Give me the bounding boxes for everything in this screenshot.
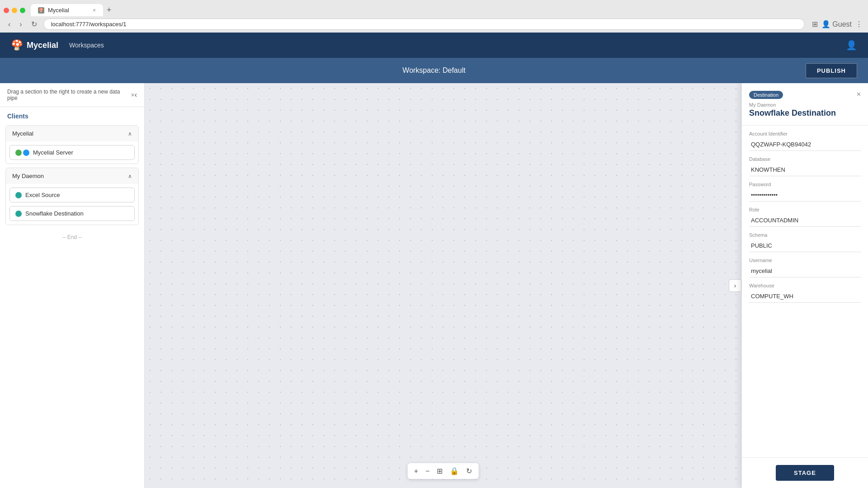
window-maximize-dot[interactable] [20,8,25,13]
forward-button[interactable]: › [17,19,24,29]
app: 🍄 Mycelial Workspaces 👤 Workspace: Defau… [0,33,868,488]
schema-label: Schema [749,232,861,238]
profile-button[interactable]: 👤 Guest [821,20,852,28]
username-label: Username [749,258,861,263]
clients-label: Clients [0,107,144,123]
mycelial-server-label: Mycelial Server [33,149,73,156]
database-label: Database [749,156,861,162]
right-panel: Destination My Daemon Snowflake Destinat… [741,83,868,488]
extensions-button[interactable]: ⊞ [812,20,818,28]
workspace-title: Workspace: Default [11,66,857,75]
browser-tab[interactable]: 🍄 Mycelial × [31,4,103,16]
role-input[interactable] [749,214,861,227]
excel-source-item[interactable]: Excel Source [9,188,135,202]
excel-source-indicators [15,192,22,198]
mycelial-group-name: Mycelial [12,130,33,137]
canvas-area[interactable]: › + − ⊞ 🔒 ↻ [145,83,741,488]
window-close-dot[interactable] [4,8,9,13]
right-panel-header: Destination My Daemon Snowflake Destinat… [742,83,868,126]
excel-source-label: Excel Source [25,192,60,198]
canvas-toggle-right[interactable]: › [729,279,741,292]
logo-text: Mycelial [27,41,58,50]
sidebar-collapse-button[interactable]: ‹ [135,91,137,99]
canvas-controls: + − ⊞ 🔒 ↻ [408,463,479,479]
username-input[interactable] [749,265,861,277]
destination-badge: Destination [749,91,783,99]
zoom-in-button[interactable]: + [411,465,421,477]
hint-close-button[interactable]: × [131,91,134,99]
schema-input[interactable] [749,239,861,252]
logo-icon: 🍄 [11,39,23,51]
schema-field: Schema [749,232,861,252]
snowflake-destination-label: Snowflake Destination [25,210,84,217]
panel-header-left: Destination My Daemon Snowflake Destinat… [749,90,836,118]
tab-favicon: 🍄 [38,7,44,14]
role-label: Role [749,207,861,212]
reset-button[interactable]: ↻ [463,465,475,477]
tab-title: Mycelial [48,7,69,14]
tab-close-btn[interactable]: × [93,7,96,14]
mycelial-group-items: Mycelial Server [6,141,138,164]
panel-subtitle: My Daemon [749,102,836,108]
panel-title: Snowflake Destination [749,108,836,118]
mycelial-chevron[interactable]: ∧ [128,131,132,137]
green-indicator [15,150,22,156]
account-identifier-field: Account Identifier [749,131,861,151]
panel-footer: STAGE [742,457,868,488]
snowflake-destination-item[interactable]: Snowflake Destination [9,206,135,221]
warehouse-label: Warehouse [749,283,861,288]
account-identifier-label: Account Identifier [749,131,861,136]
address-bar[interactable]: localhost:7777/workspaces/1 [43,19,805,30]
refresh-button[interactable]: ↻ [28,19,40,29]
window-minimize-dot[interactable] [12,8,17,13]
panel-form: Account Identifier Database Password Rol… [742,126,868,308]
account-identifier-input[interactable] [749,138,861,151]
menu-button[interactable]: ⋮ [855,20,863,28]
user-button[interactable]: 👤 [846,40,857,51]
database-input[interactable] [749,164,861,176]
my-daemon-group-name: My Daemon [12,173,44,179]
username-field: Username [749,258,861,277]
my-daemon-group-items: Excel Source Snowflake Destination [6,184,138,225]
left-sidebar: Drag a section to the right to create a … [0,83,145,488]
main-content: Drag a section to the right to create a … [0,83,868,488]
sidebar-header: Drag a section to the right to create a … [0,83,144,107]
end-label: -- End -- [0,227,144,248]
lock-button[interactable]: 🔒 [447,465,462,477]
warehouse-input[interactable] [749,290,861,303]
my-daemon-group-header[interactable]: My Daemon ∧ [6,168,138,184]
password-label: Password [749,182,861,187]
mycelial-server-indicators [15,150,29,156]
my-daemon-group: My Daemon ∧ Excel Source Snowflak [5,168,139,225]
fit-button[interactable]: ⊞ [434,465,445,477]
back-button[interactable]: ‹ [5,19,13,29]
workspace-bar: Workspace: Default PUBLISH [0,58,868,83]
blue-indicator [23,150,29,156]
mycelial-group: Mycelial ∧ Mycelial Server [5,125,139,164]
password-input[interactable] [749,189,861,202]
browser-chrome: 🍄 Mycelial × + ‹ › ↻ localhost:7777/work… [0,0,868,33]
stage-button[interactable]: STAGE [776,465,834,481]
top-nav: 🍄 Mycelial Workspaces 👤 [0,33,868,58]
role-field: Role [749,207,861,227]
password-field: Password [749,182,861,202]
snowflake-indicators [15,211,22,217]
panel-close-button[interactable]: × [857,90,861,99]
warehouse-field: Warehouse [749,283,861,303]
database-field: Database [749,156,861,176]
publish-button[interactable]: PUBLISH [806,63,857,78]
zoom-out-button[interactable]: − [423,465,432,477]
new-tab-button[interactable]: + [105,4,113,17]
drag-hint: Drag a section to the right to create a … [7,89,131,101]
workspaces-link[interactable]: Workspaces [69,42,104,49]
teal-indicator [15,192,22,198]
mycelial-server-item[interactable]: Mycelial Server [9,145,135,160]
teal-indicator-2 [15,211,22,217]
mycelial-group-header[interactable]: Mycelial ∧ [6,126,138,141]
logo: 🍄 Mycelial [11,39,58,51]
my-daemon-chevron[interactable]: ∧ [128,173,132,179]
